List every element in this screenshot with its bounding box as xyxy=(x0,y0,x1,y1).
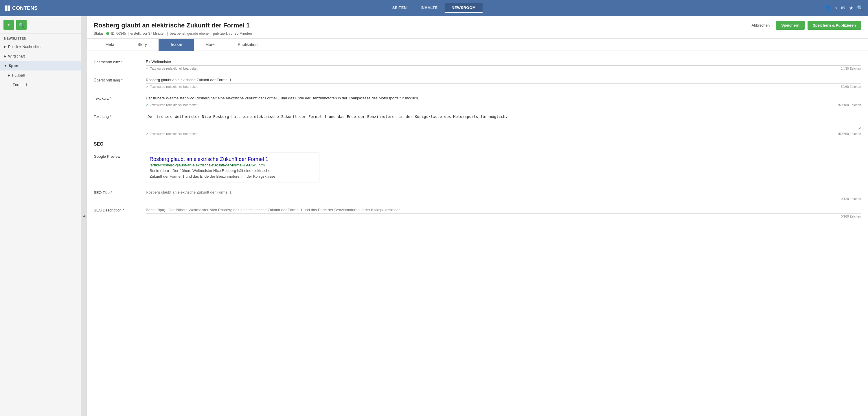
chevron-right-icon: ▶ xyxy=(8,74,10,77)
header-actions: 👤 ▼ ✉ ★ 🔍 xyxy=(825,5,863,11)
text-kurz-input[interactable] xyxy=(146,95,861,102)
ueberschrift-lang-label: Überschrift lang * xyxy=(94,76,146,82)
sidebar: + 🔍 NEWSLISTEN ▶ Politik + Nachrichten ▶… xyxy=(0,16,81,416)
sidebar-toolbar: + 🔍 xyxy=(0,16,81,34)
text-kurz-label: Text kurz * xyxy=(94,95,146,101)
seo-description-label: SEO Description * xyxy=(94,206,146,212)
ueberschrift-lang-field: ✓ Text wurde redaktionell bearbeitet 50/… xyxy=(146,76,861,89)
search-icon[interactable]: 🔍 xyxy=(857,5,863,11)
article-title: Rosberg glaubt an elektrische Zukunft de… xyxy=(94,22,250,29)
ueberschrift-kurz-input[interactable] xyxy=(146,58,861,66)
gp-desc-line1: Berlin (dpa) - Der frühere Weltmeister N… xyxy=(150,168,270,173)
ueberschrift-lang-row: Überschrift lang * ✓ Text wurde redaktio… xyxy=(94,76,861,89)
char-counter: 159/180 Zeichen xyxy=(837,103,861,107)
save-button[interactable]: Speichern xyxy=(776,21,805,30)
ueberschrift-lang-hint: ✓ Text wurde redaktionell bearbeitet 50/… xyxy=(146,84,861,89)
newslisten-label: NEWSLISTEN xyxy=(0,34,81,42)
ueberschrift-kurz-field: ✓ Text wurde redaktionell bearbeitet 14/… xyxy=(146,58,861,70)
ueberschrift-lang-input[interactable] xyxy=(146,76,861,84)
separator2: | xyxy=(167,32,168,36)
text-lang-textarea[interactable] xyxy=(146,113,861,130)
text-lang-row: Text lang * ✓ Text wurde redaktionell be… xyxy=(94,113,861,136)
chevron-right-icon: ▶ xyxy=(4,45,6,48)
sidebar-collapse-button[interactable]: ◀ xyxy=(81,16,87,416)
nav-newsroom[interactable]: NEWSROOM xyxy=(445,3,483,13)
article-edited: bearbeitet: gerade ebene xyxy=(170,32,209,36)
tab-publikation[interactable]: Publikation xyxy=(226,39,269,51)
sidebar-item-formel1[interactable]: Formel 1 xyxy=(0,80,81,90)
check-icon: ✓ xyxy=(146,66,149,70)
search-button[interactable]: 🔍 xyxy=(16,20,27,30)
text-lang-label: Text lang * xyxy=(94,113,146,119)
seo-description-hint: 0/160 Zeichen xyxy=(146,215,861,218)
hint-text: Text wurde redaktionell bearbeitet xyxy=(150,67,197,70)
check-icon: ✓ xyxy=(146,84,149,89)
char-counter: 14/30 Zeichen xyxy=(841,67,861,70)
logo: CONTENS xyxy=(5,5,38,11)
main-nav: SEITEN INHALTE NEWSROOM xyxy=(385,3,483,13)
seo-title-hint: 0/120 Zeichen xyxy=(146,197,861,201)
text-kurz-hint: ✓ Text wurde redaktionell bearbeitet 159… xyxy=(146,103,861,107)
cancel-button[interactable]: Abbrechen xyxy=(748,22,773,29)
ueberschrift-kurz-row: Überschrift kurz * ✓ Text wurde redaktio… xyxy=(94,58,861,70)
char-counter: 0/120 Zeichen xyxy=(841,197,861,201)
tab-story[interactable]: Story xyxy=(126,39,159,51)
seo-section-title: SEO xyxy=(94,142,861,148)
nav-seiten[interactable]: SEITEN xyxy=(385,3,414,13)
tabs: Meta Story Teaser More Publikation xyxy=(87,39,868,51)
article-meta: Status: ID: 66345 | erstellt: vor 37 Min… xyxy=(94,32,861,36)
char-counter: 50/60 Zeichen xyxy=(841,85,861,89)
tab-more[interactable]: More xyxy=(194,39,226,51)
sidebar-item-label: Wirtschaft xyxy=(8,54,25,58)
ueberschrift-kurz-hint: ✓ Text wurde redaktionell bearbeitet 14/… xyxy=(146,66,861,70)
article-actions: Abbrechen Speichern Speichern & Publizie… xyxy=(748,21,861,30)
seo-description-input[interactable] xyxy=(146,206,861,214)
dropdown-icon[interactable]: ▼ xyxy=(835,7,838,10)
logo-text: CONTENS xyxy=(12,5,38,11)
gp-url: /artikel/rosberg-glaubt-an-elektrische-z… xyxy=(150,163,316,167)
seo-title-row: SEO Title * 0/120 Zeichen xyxy=(94,188,861,201)
hint-text: Text wurde redaktionell bearbeitet xyxy=(150,103,197,107)
article-created: erstellt: vor 37 Minuten xyxy=(130,32,165,36)
hint-text: Text wurde redaktionell bearbeitet xyxy=(150,85,197,89)
user-icon[interactable]: 👤 xyxy=(825,5,831,11)
sidebar-item-label: Formel 1 xyxy=(13,82,28,87)
sidebar-item-wirtschaft[interactable]: ▶ Wirtschaft xyxy=(0,51,81,61)
separator: | xyxy=(128,32,128,36)
google-preview-label: Google Preview xyxy=(94,152,146,159)
ueberschrift-kurz-label: Überschrift kurz * xyxy=(94,58,146,64)
logo-grid xyxy=(5,5,10,11)
star-icon[interactable]: ★ xyxy=(849,5,854,11)
content-area: Überschrift kurz * ✓ Text wurde redaktio… xyxy=(87,51,868,416)
text-kurz-field: ✓ Text wurde redaktionell bearbeitet 159… xyxy=(146,95,861,107)
google-preview-row: Google Preview Rosberg glaubt an elektri… xyxy=(94,152,861,183)
hint-text: Text wurde redaktionell bearbeitet xyxy=(150,132,197,136)
nav-inhalte[interactable]: INHALTE xyxy=(414,3,445,13)
text-lang-field: ✓ Text wurde redaktionell bearbeitet 159… xyxy=(146,113,861,136)
save-publish-button[interactable]: Speichern & Publizieren xyxy=(808,21,861,30)
chevron-down-icon: ▼ xyxy=(4,64,7,67)
tab-meta[interactable]: Meta xyxy=(94,39,126,51)
sidebar-item-label: Fußball xyxy=(12,73,25,77)
layout: + 🔍 NEWSLISTEN ▶ Politik + Nachrichten ▶… xyxy=(0,16,868,416)
chevron-right-icon: ▶ xyxy=(4,55,6,58)
separator3: | xyxy=(210,32,211,36)
text-kurz-row: Text kurz * ✓ Text wurde redaktionell be… xyxy=(94,95,861,107)
sidebar-item-sport[interactable]: ▼ Sport xyxy=(0,61,81,70)
text-lang-hint: ✓ Text wurde redaktionell bearbeitet 159… xyxy=(146,132,861,136)
gp-title[interactable]: Rosberg glaubt an elektrische Zukunft de… xyxy=(150,156,316,162)
gp-desc-line2: Zukunft der Formel 1 und das Ende der Be… xyxy=(150,174,275,178)
check-icon: ✓ xyxy=(146,132,149,136)
sidebar-item-fussball[interactable]: ▶ Fußball xyxy=(0,70,81,80)
google-preview-field: Rosberg glaubt an elektrische Zukunft de… xyxy=(146,152,861,183)
gp-desc: Berlin (dpa) - Der frühere Weltmeister N… xyxy=(150,168,316,179)
header: CONTENS SEITEN INHALTE NEWSROOM 👤 ▼ ✉ ★ … xyxy=(0,0,868,16)
article-published: publiziert: vor 30 Minuten xyxy=(213,32,252,36)
sidebar-item-politik[interactable]: ▶ Politik + Nachrichten xyxy=(0,42,81,51)
seo-description-row: SEO Description * 0/160 Zeichen xyxy=(94,206,861,218)
seo-title-input[interactable] xyxy=(146,188,861,196)
tab-teaser[interactable]: Teaser xyxy=(159,39,194,51)
add-button[interactable]: + xyxy=(3,20,14,30)
mail-icon[interactable]: ✉ xyxy=(841,5,845,11)
main-content: Rosberg glaubt an elektrische Zukunft de… xyxy=(87,16,868,416)
